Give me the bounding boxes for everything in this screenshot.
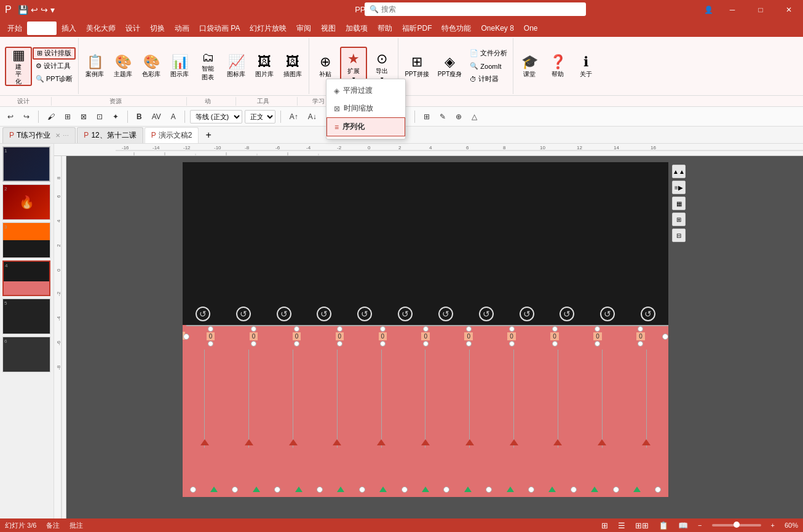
zoom-level[interactable]: 60% bbox=[785, 522, 798, 529]
circle-h-7b[interactable] bbox=[466, 341, 472, 346]
toolbar-bold[interactable]: B bbox=[133, 111, 146, 122]
circle-b-1[interactable] bbox=[232, 487, 238, 493]
circle-h-6b[interactable] bbox=[423, 341, 429, 346]
circle-h-11[interactable] bbox=[638, 326, 643, 332]
zoom-slider[interactable] bbox=[712, 524, 761, 526]
menu-item-addins[interactable]: 加载项 bbox=[341, 21, 373, 36]
ribbon-btn-jishiqi[interactable]: ⏱计时器 bbox=[467, 73, 510, 85]
circle-b-right[interactable] bbox=[655, 487, 661, 493]
ribbon-btn-jianpinghua[interactable]: ▦ 建平化 bbox=[5, 47, 32, 86]
menu-item-slideshow[interactable]: 幻灯片放映 bbox=[245, 21, 291, 36]
circle-b-5[interactable] bbox=[402, 487, 408, 493]
search-input[interactable] bbox=[381, 5, 581, 14]
view-outline[interactable]: ☰ bbox=[618, 521, 625, 530]
slide-thumb-1[interactable]: 1 🏍 bbox=[2, 146, 50, 182]
toolbar-format-painter[interactable]: 🖌 bbox=[44, 111, 58, 122]
menu-item-design[interactable]: 设计 bbox=[121, 21, 145, 36]
circle-b-7[interactable] bbox=[486, 487, 492, 493]
menu-item-home[interactable]: 开始 bbox=[2, 21, 27, 36]
circle-h-6[interactable] bbox=[423, 326, 429, 332]
ribbon-btn-ppt-shoushen[interactable]: ◈ PPT瘦身 bbox=[434, 47, 465, 86]
circle-b-8[interactable] bbox=[528, 487, 534, 493]
ribbon-btn-chatu[interactable]: 🖼 插图库 bbox=[279, 47, 306, 86]
dropdown-item-serialize[interactable]: ≡ 序列化 bbox=[326, 117, 405, 136]
right-resize-handle[interactable] bbox=[662, 334, 668, 340]
right-btn-expand[interactable]: ⊞ bbox=[672, 213, 686, 226]
zoom-increase[interactable]: + bbox=[771, 522, 775, 529]
menu-item-one[interactable]: One bbox=[519, 22, 543, 35]
rot-handle-10[interactable]: ↺ bbox=[600, 307, 615, 321]
rot-handle-6[interactable]: ↺ bbox=[438, 307, 453, 321]
rot-handle-8[interactable]: ↺ bbox=[520, 307, 534, 321]
menu-item-pa[interactable]: 口袋动画 PA bbox=[194, 21, 245, 36]
quick-redo-icon[interactable]: ↪ bbox=[41, 5, 48, 15]
toolbar-select[interactable]: ✎ bbox=[436, 111, 449, 122]
toolbar-font-grow[interactable]: A↑ bbox=[286, 111, 302, 122]
menu-item-insert[interactable]: 插入 bbox=[57, 21, 81, 36]
menu-item-onekey8[interactable]: OneKey 8 bbox=[476, 22, 518, 35]
circle-h-8b[interactable] bbox=[509, 341, 515, 346]
dropdown-item-smooth[interactable]: ◈ 平滑过渡 bbox=[326, 82, 405, 100]
quick-undo-icon[interactable]: ↩ bbox=[31, 5, 38, 15]
rot-handle-0[interactable]: ↺ bbox=[196, 307, 210, 321]
rot-handle-1[interactable]: ↺ bbox=[236, 307, 251, 321]
right-btn-align-left[interactable]: ≡▶ bbox=[672, 181, 686, 194]
ribbon-btn-sheji-paiban[interactable]: ⊞设计排版 bbox=[33, 47, 76, 60]
tab-t-lianxi[interactable]: P T练习作业 ✕ ⋯ bbox=[2, 127, 76, 143]
comment-btn[interactable]: 批注 bbox=[69, 521, 83, 530]
slide-thumb-3[interactable]: 3 bbox=[2, 222, 50, 258]
ribbon-btn-bangzhu[interactable]: ❓ 帮助 bbox=[544, 47, 571, 86]
quick-customize-icon[interactable]: ▾ bbox=[50, 5, 55, 15]
ribbon-btn-secai[interactable]: 🎨 色彩库 bbox=[138, 47, 165, 86]
ribbon-btn-zhineng[interactable]: 🗂 智能图表 bbox=[194, 47, 221, 86]
ribbon-btn-zoomit[interactable]: 🔍ZoomIt bbox=[467, 60, 510, 72]
circle-h-9b[interactable] bbox=[552, 341, 558, 346]
view-normal[interactable]: ⊞ bbox=[601, 521, 608, 530]
ribbon-btn-tushi[interactable]: 📊 图示库 bbox=[166, 47, 193, 86]
circle-h-10[interactable] bbox=[595, 326, 600, 332]
tab-close-1[interactable]: ✕ bbox=[55, 132, 60, 139]
ribbon-btn-tupian[interactable]: 🖼 图片库 bbox=[251, 47, 278, 86]
slide-thumb-5[interactable]: 5 bbox=[2, 299, 50, 334]
toolbar-kerning[interactable]: AV bbox=[148, 111, 165, 122]
circle-h-1b[interactable] bbox=[208, 341, 213, 346]
notes-btn[interactable]: 备注 bbox=[46, 521, 60, 530]
tab-presentation2[interactable]: P 演示文稿2 bbox=[144, 127, 199, 143]
circle-h-10b[interactable] bbox=[595, 341, 600, 346]
slide-thumb-4[interactable]: 4 bbox=[2, 260, 50, 296]
toolbar-grid[interactable]: ⊞ bbox=[61, 111, 74, 122]
circle-h-2b[interactable] bbox=[251, 341, 256, 346]
rot-handle-7[interactable]: ↺ bbox=[479, 307, 494, 321]
right-btn-top[interactable]: ▲▲ bbox=[672, 165, 686, 178]
minimize-button[interactable]: ─ bbox=[718, 0, 746, 20]
circle-h-9[interactable] bbox=[552, 326, 558, 332]
circle-h-4[interactable] bbox=[337, 326, 342, 332]
rot-handle-2[interactable]: ↺ bbox=[277, 307, 291, 321]
view-reading[interactable]: 📖 bbox=[678, 521, 688, 530]
circle-b-6[interactable] bbox=[443, 487, 449, 493]
ribbon-btn-sheji-gongju[interactable]: ⚙设计工具 bbox=[33, 60, 76, 72]
ribbon-btn-wenjian-fenxi[interactable]: 📄文件分析 bbox=[467, 47, 510, 60]
tab-add-new[interactable]: + bbox=[200, 128, 216, 142]
toolbar-grid2[interactable]: ⊞ bbox=[420, 111, 433, 122]
menu-item-special[interactable]: 特色功能 bbox=[437, 21, 476, 36]
right-btn-grid[interactable]: ▦ bbox=[672, 197, 686, 210]
rot-handle-5[interactable]: ↺ bbox=[398, 307, 413, 321]
ribbon-btn-ketang[interactable]: 🎓 课堂 bbox=[516, 47, 543, 86]
view-notes[interactable]: 📋 bbox=[659, 521, 668, 530]
slide-thumb-6[interactable]: 6 bbox=[2, 337, 50, 372]
slide-thumb-2[interactable]: 2 🔥 bbox=[2, 184, 50, 220]
rot-handle-4[interactable]: ↺ bbox=[357, 307, 372, 321]
toolbar-font-shrink[interactable]: A↓ bbox=[304, 111, 320, 122]
circle-h-2[interactable] bbox=[251, 326, 256, 332]
slide-canvas[interactable]: ↺ ↺ ↺ ↺ ↺ ↺ ↺ ↺ ↺ ↺ ↺ ↺ bbox=[183, 162, 668, 497]
rot-handle-11[interactable]: ↺ bbox=[641, 307, 655, 321]
menu-item-review[interactable]: 审阅 bbox=[291, 21, 316, 36]
toolbar-undo[interactable]: ↩ bbox=[4, 111, 17, 122]
circle-h-11b[interactable] bbox=[638, 341, 643, 346]
toolbar-triangle[interactable]: △ bbox=[468, 111, 481, 122]
menu-item-islide[interactable]: iSlide bbox=[27, 22, 57, 35]
toolbar-font-color[interactable]: A bbox=[167, 111, 180, 122]
zoom-decrease[interactable]: − bbox=[698, 522, 702, 529]
ribbon-btn-tubiao[interactable]: 📈 图标库 bbox=[223, 47, 250, 86]
